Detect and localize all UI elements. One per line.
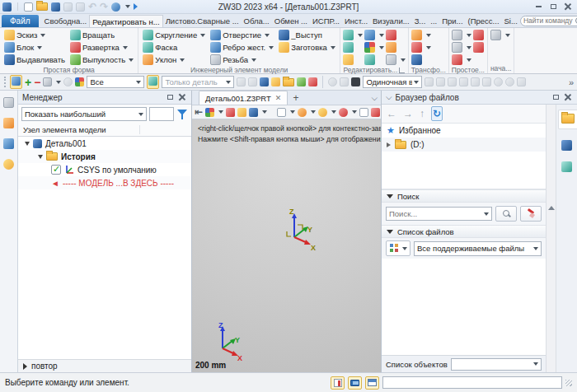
stop-icon[interactable] (351, 77, 360, 86)
constraint-icon[interactable] (340, 77, 349, 86)
tab-sim[interactable]: Si... (502, 14, 520, 27)
tree-row-model-marker[interactable]: ----- МОДЕЛЬ ...В ЗДЕСЬ ----- (18, 176, 191, 189)
remove-selection-icon[interactable] (34, 76, 40, 89)
replace-icon[interactable] (364, 42, 375, 53)
browser-scrollbar[interactable] (546, 105, 556, 372)
appearance-wheel-icon[interactable] (298, 108, 307, 117)
panel-restore-button[interactable] (551, 93, 561, 102)
tab-mold[interactable]: (Пресс... (466, 14, 502, 27)
command-input-field[interactable] (382, 376, 562, 389)
chevron-down-icon[interactable] (290, 110, 295, 114)
chevron-down-icon[interactable] (311, 110, 316, 114)
visual-manager-icon[interactable] (3, 118, 14, 128)
redo-icon[interactable]: ↷ (100, 1, 108, 12)
circle-tool-icon[interactable] (494, 77, 503, 86)
add-selection-icon[interactable] (25, 76, 31, 89)
simplify-icon[interactable] (343, 54, 354, 65)
tab-inquire[interactable]: З... (412, 14, 429, 27)
section-view-icon[interactable] (371, 108, 380, 117)
pick-from-list-icon[interactable] (436, 77, 445, 86)
tab-visualize[interactable]: Визуали... (370, 14, 412, 27)
pattern-grid-icon[interactable] (452, 30, 462, 40)
copy-icon[interactable] (411, 42, 422, 53)
line-tool-icon[interactable] (471, 77, 480, 86)
spline-tool-icon[interactable] (517, 77, 526, 86)
expander-icon[interactable] (25, 142, 30, 146)
tab-region[interactable]: Обла... (242, 14, 272, 27)
customize-toolbar-icon[interactable] (134, 3, 138, 10)
sweep-button[interactable]: Развертка (68, 41, 135, 54)
tree-row-csys[interactable]: CSYS по умолчанию (18, 163, 191, 176)
list-icon[interactable] (271, 77, 280, 86)
close-tab-icon[interactable]: ✕ (275, 94, 282, 102)
loft-button[interactable]: Выпуклость (68, 54, 135, 66)
replay-section[interactable]: повтор (18, 359, 191, 372)
history-clock-icon[interactable] (328, 77, 337, 86)
expander-icon[interactable] (387, 142, 391, 147)
chamfer-button[interactable]: Фаска (141, 41, 207, 54)
tab-exchange[interactable]: Обмен ... (272, 14, 310, 27)
pick-cursor-icon[interactable] (10, 75, 22, 89)
tab-tools[interactable]: Инст... (342, 14, 370, 27)
print-icon[interactable] (63, 2, 73, 12)
draft-button[interactable]: Уклон (141, 54, 207, 66)
extrude-button[interactable]: Выдавливать (2, 54, 67, 66)
lasso-select-icon[interactable] (63, 77, 73, 86)
panel-close-button[interactable] (177, 93, 187, 102)
chevron-down-icon[interactable] (125, 5, 130, 8)
scale-icon[interactable] (411, 54, 422, 65)
tab-apps[interactable]: При... (439, 14, 465, 27)
prompt-toggle-button[interactable] (331, 376, 345, 390)
scroll-up-icon[interactable] (548, 206, 555, 210)
user-icon[interactable] (3, 159, 14, 170)
tree-filter-dropdown[interactable]: Показать наибольший (21, 107, 147, 121)
wireframe-cube-icon[interactable] (277, 108, 286, 117)
monitor-toggle-button[interactable] (348, 376, 362, 390)
maximize-button[interactable] (547, 2, 560, 12)
file-list[interactable] (382, 259, 546, 355)
color-filter-icon[interactable] (75, 77, 84, 86)
hole-button[interactable]: Отверстие (209, 29, 275, 41)
viewport-icon[interactable] (359, 108, 368, 117)
search-section-header[interactable]: Поиск (382, 189, 546, 203)
chevron-down-icon[interactable] (218, 110, 223, 114)
chevron-down-icon[interactable] (352, 110, 357, 114)
command-search-input[interactable] (523, 16, 575, 25)
tab-list-icon[interactable] (371, 92, 378, 103)
layer-stack-icon[interactable] (561, 161, 572, 172)
datum-icon[interactable] (490, 30, 501, 40)
shade-mode-icon[interactable] (205, 108, 214, 117)
entity-filter-dropdown[interactable]: Все (87, 76, 144, 88)
fillet-button[interactable]: Скругление (141, 29, 207, 41)
resize-grip[interactable] (565, 380, 572, 386)
pin-icon[interactable] (386, 92, 392, 102)
toolbar-overflow-icon[interactable] (569, 77, 574, 87)
measure-icon[interactable] (248, 77, 257, 86)
inlay-icon[interactable] (386, 42, 396, 53)
tab-repair[interactable]: ИСПР... (310, 14, 342, 27)
pick-point-icon[interactable] (425, 77, 434, 86)
tab-more[interactable]: ... (428, 14, 439, 27)
selection-set-icon[interactable] (43, 77, 52, 86)
bundle-folder-icon[interactable] (283, 78, 294, 86)
mirror-icon[interactable] (452, 42, 462, 53)
objects-dropdown[interactable] (451, 358, 542, 371)
document-tab[interactable]: Деталь001.Z3PRT ✕ (199, 91, 288, 105)
minimize-button[interactable] (532, 2, 545, 12)
pick-mode-dropdown[interactable]: Одиночная в (363, 76, 422, 88)
filter-funnel-icon[interactable] (176, 109, 188, 120)
file-menu-button[interactable]: Файл (2, 15, 39, 27)
graphics-canvas[interactable]: <right-click/щелчок правой кнопкой> для … (192, 119, 381, 372)
play-icon[interactable] (448, 77, 457, 86)
rib-button[interactable]: Ребро жест. (209, 41, 275, 54)
chevron-down-icon[interactable] (262, 110, 267, 114)
chevron-down-icon[interactable] (56, 81, 61, 84)
clear-search-button[interactable] (520, 206, 542, 222)
scope-dropdown[interactable]: Только деталь (162, 76, 234, 88)
reuse-library-icon[interactable] (561, 140, 572, 151)
sew-icon[interactable] (364, 54, 375, 65)
view-mode-button[interactable] (386, 240, 410, 256)
exit-icon[interactable]: ⇤ (195, 106, 203, 118)
boss-button[interactable]: _Выступ (277, 29, 337, 41)
regen-icon[interactable] (111, 2, 120, 12)
